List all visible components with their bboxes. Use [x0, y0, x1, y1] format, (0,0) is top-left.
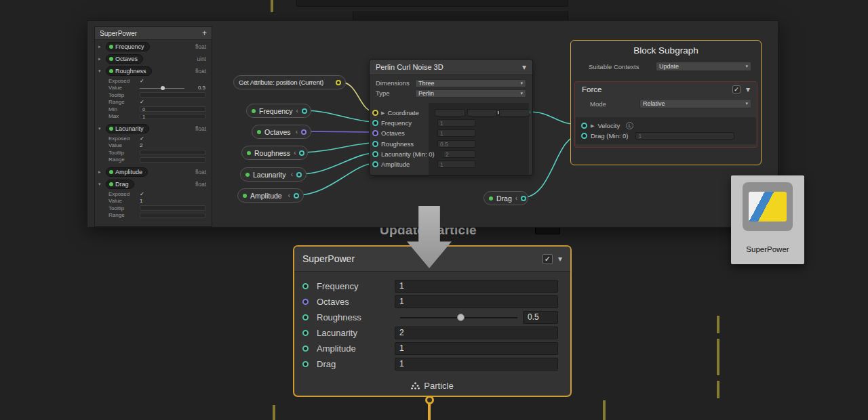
range-field[interactable]	[140, 157, 205, 163]
mode-dropdown[interactable]: Relative▾	[639, 99, 751, 108]
exposed-checkbox[interactable]: ✓	[140, 135, 144, 142]
value-slider[interactable]	[140, 85, 184, 91]
output-port[interactable]	[299, 150, 304, 156]
wire-roughness[interactable]	[301, 143, 375, 152]
collapse-icon[interactable]: ▾	[98, 126, 103, 131]
blackboard-header[interactable]: SuperPower +	[95, 27, 212, 40]
block-collapse-icon[interactable]: ▾	[558, 254, 562, 264]
amplitude-input-port[interactable]	[372, 161, 378, 167]
frequency-input[interactable]: 1	[395, 280, 558, 293]
amplitude-port-icon[interactable]	[302, 345, 309, 352]
exposed-checkbox[interactable]: ✓	[140, 191, 144, 197]
parameter-node-drag[interactable]: Drag ‹	[484, 191, 528, 205]
value-field[interactable]: 1	[140, 198, 142, 204]
blackboard-row-lacunarity[interactable]: ▾ Lacunarity float	[95, 123, 212, 134]
block-enabled-checkbox[interactable]: ✓	[542, 254, 553, 264]
drag-value-field[interactable]: 1	[635, 132, 734, 140]
blackboard-row-frequency[interactable]: ▸ Frequency float	[95, 41, 212, 52]
drag-input-port[interactable]	[581, 133, 587, 139]
collapse-icon[interactable]: ‹	[291, 171, 293, 178]
output-port[interactable]	[521, 196, 526, 201]
output-port[interactable]	[294, 193, 299, 198]
value-field[interactable]: 2	[140, 142, 142, 148]
add-property-button[interactable]: +	[202, 28, 207, 38]
coordinate-input-port[interactable]	[372, 110, 378, 116]
parameter-node-roughness[interactable]: Roughness ‹	[241, 146, 308, 160]
update-particle-context-frame[interactable]: SuperPower ✓ ▾ Frequency 1 Octaves 1 Rou…	[293, 245, 572, 397]
wire-frequency[interactable]	[304, 110, 375, 122]
min-field[interactable]: 0	[140, 106, 205, 112]
blackboard-row-roughness[interactable]: ▾ Roughness float	[95, 66, 212, 77]
collapse-icon[interactable]: ▾	[98, 182, 103, 187]
output-port[interactable]	[296, 172, 302, 177]
collapse-icon[interactable]: ‹	[296, 107, 298, 114]
octaves-port-icon[interactable]	[302, 299, 309, 305]
output-port[interactable]	[301, 129, 307, 135]
collapse-icon[interactable]: ‹	[294, 149, 296, 156]
roughness-slider[interactable]	[397, 311, 520, 324]
context-output-anchor[interactable]	[425, 396, 434, 404]
range-checkbox[interactable]: ✓	[140, 99, 144, 105]
blackboard-row-drag[interactable]: ▾ Drag float	[95, 179, 212, 190]
octaves-value-field[interactable]: 1	[437, 129, 475, 137]
expand-input-icon[interactable]: ▶	[591, 123, 594, 129]
dimensions-dropdown[interactable]: Three▾	[415, 79, 526, 87]
parameter-node-amplitude[interactable]: Amplitude ‹	[237, 188, 304, 203]
force-collapse-icon[interactable]: ▾	[746, 85, 750, 94]
collapse-icon[interactable]: ‹	[515, 194, 517, 202]
lacunarity-value-field[interactable]: 2	[443, 150, 475, 158]
parameter-node-octaves[interactable]: Octaves ‹	[252, 125, 311, 139]
get-attribute-node[interactable]: Get Attribute: position (Current)	[233, 75, 346, 89]
type-dropdown[interactable]: Perlin▾	[415, 89, 526, 98]
exposed-checkbox[interactable]: ✓	[140, 78, 144, 84]
max-field[interactable]: 1	[140, 114, 205, 119]
tooltip-field[interactable]	[140, 150, 205, 155]
frequency-input-port[interactable]	[372, 120, 378, 126]
lacunarity-input-port[interactable]	[372, 151, 378, 157]
parameter-node-frequency[interactable]: Frequency ‹	[246, 104, 311, 118]
collapse-icon[interactable]: ‹	[296, 128, 298, 135]
roughness-input[interactable]: 0.5	[523, 311, 558, 324]
range-field[interactable]	[140, 213, 205, 218]
block-subgraph-panel[interactable]: Block Subgraph Suitable Contexts Update▾…	[570, 40, 762, 165]
suitable-contexts-dropdown[interactable]: Update▾	[656, 62, 751, 71]
coordinate-xyz-fields[interactable]	[435, 109, 530, 117]
lacunarity-port-icon[interactable]	[302, 330, 309, 336]
tooltip-field[interactable]	[140, 205, 205, 211]
expand-icon[interactable]: ▸	[98, 44, 103, 49]
slider-handle[interactable]	[161, 86, 165, 90]
drag-input[interactable]: 1	[395, 358, 558, 371]
force-header[interactable]: Force ✓ ▾	[575, 82, 757, 97]
velocity-input-port[interactable]	[581, 123, 587, 129]
space-badge-icon[interactable]: L	[626, 122, 633, 129]
node-header[interactable]: Perlin Curl Noise 3D ▾	[370, 60, 532, 75]
amplitude-input[interactable]: 1	[395, 342, 558, 355]
wire-lacunarity[interactable]	[300, 153, 375, 174]
drag-port-icon[interactable]	[302, 361, 309, 367]
frequency-value-field[interactable]: 1	[437, 119, 475, 127]
tooltip-field[interactable]	[140, 92, 205, 98]
blackboard-row-octaves[interactable]: ▸ Octaves uint	[95, 54, 212, 64]
expand-icon[interactable]: ▸	[98, 169, 103, 175]
roughness-input-port[interactable]	[372, 141, 378, 147]
octaves-input-port[interactable]	[372, 130, 378, 136]
octaves-input[interactable]: 1	[395, 295, 558, 308]
perlin-curl-noise-node[interactable]: Perlin Curl Noise 3D ▾ Dimensions Three▾…	[369, 59, 533, 175]
position-output-port[interactable]	[336, 80, 341, 85]
output-port[interactable]	[302, 108, 307, 114]
force-enabled-checkbox[interactable]: ✓	[732, 85, 741, 93]
force-block[interactable]: Force ✓ ▾ Mode Relative▾ ▶ Velocity L	[574, 81, 757, 148]
collapse-icon[interactable]: ‹	[288, 192, 290, 199]
expand-input-icon[interactable]: ▶	[381, 110, 384, 116]
roughness-value-field[interactable]: 0.5	[437, 140, 475, 148]
roughness-port-icon[interactable]	[302, 314, 309, 320]
lacunarity-input[interactable]: 2	[395, 327, 558, 339]
parameter-node-lacunarity[interactable]: Lacunarity ‹	[240, 167, 307, 182]
blackboard-row-amplitude[interactable]: ▸ Amplitude float	[95, 167, 212, 177]
frequency-port-icon[interactable]	[302, 283, 309, 289]
amplitude-value-field[interactable]: 1	[437, 161, 475, 168]
collapse-icon[interactable]: ▾	[98, 68, 103, 74]
slider-handle[interactable]	[457, 314, 465, 321]
wire-octaves[interactable]	[304, 131, 375, 132]
subgraph-asset-card[interactable]: SuperPower	[731, 175, 804, 264]
